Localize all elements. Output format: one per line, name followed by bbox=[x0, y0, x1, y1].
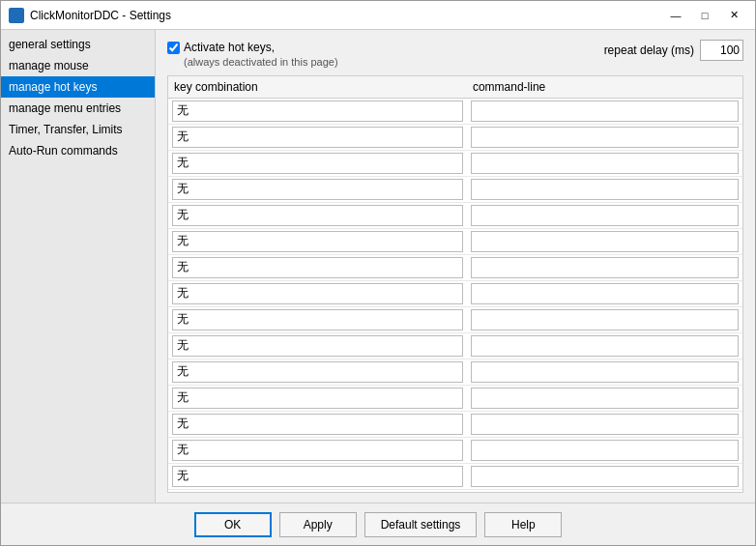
key-input-7[interactable] bbox=[172, 283, 463, 304]
key-input-10[interactable] bbox=[172, 361, 463, 383]
table-row bbox=[168, 411, 742, 437]
cmd-input-5[interactable] bbox=[471, 231, 739, 252]
key-input-9[interactable] bbox=[172, 335, 463, 357]
activate-label: Activate hot keys, bbox=[184, 40, 338, 56]
key-input-6[interactable] bbox=[172, 257, 463, 278]
repeat-delay-input[interactable] bbox=[700, 40, 743, 61]
cmd-input-9[interactable] bbox=[471, 335, 739, 357]
key-input-14[interactable] bbox=[172, 466, 463, 487]
table-row bbox=[168, 254, 742, 280]
table-row bbox=[168, 150, 742, 176]
window-controls: — □ ✕ bbox=[662, 6, 747, 25]
col-key: key combination bbox=[168, 76, 467, 99]
col-cmd: command-line bbox=[467, 76, 742, 99]
footer: OK Apply Default settings Help bbox=[1, 503, 755, 545]
cmd-input-8[interactable] bbox=[471, 309, 739, 330]
hotkeys-table-area: key combination command-line bbox=[167, 75, 743, 493]
repeat-delay-section: repeat delay (ms) bbox=[604, 40, 743, 61]
main-panel: Activate hot keys, (always deactivated i… bbox=[156, 30, 755, 503]
cmd-input-4[interactable] bbox=[471, 205, 739, 226]
sidebar-item-menu[interactable]: manage menu entries bbox=[1, 98, 155, 119]
cmd-input-10[interactable] bbox=[471, 361, 739, 383]
key-input-0[interactable] bbox=[172, 101, 463, 122]
sidebar-item-general[interactable]: general settings bbox=[1, 34, 155, 55]
top-bar: Activate hot keys, (always deactivated i… bbox=[167, 40, 743, 68]
defaults-button[interactable]: Default settings bbox=[364, 512, 478, 537]
key-input-8[interactable] bbox=[172, 309, 463, 330]
sidebar: general settingsmanage mousemanage hot k… bbox=[1, 30, 156, 503]
repeat-delay-label: repeat delay (ms) bbox=[604, 43, 694, 57]
table-row bbox=[168, 202, 742, 228]
ok-button[interactable]: OK bbox=[194, 512, 272, 537]
help-button[interactable]: Help bbox=[484, 512, 562, 537]
key-input-11[interactable] bbox=[172, 388, 463, 409]
maximize-button[interactable]: □ bbox=[691, 6, 718, 25]
key-input-2[interactable] bbox=[172, 153, 463, 174]
key-input-13[interactable] bbox=[172, 440, 463, 461]
sidebar-item-hotkeys[interactable]: manage hot keys bbox=[1, 76, 155, 98]
sidebar-item-mouse[interactable]: manage mouse bbox=[1, 55, 155, 76]
table-row bbox=[168, 124, 742, 150]
content-area: general settingsmanage mousemanage hot k… bbox=[1, 30, 755, 503]
key-input-3[interactable] bbox=[172, 179, 463, 200]
cmd-input-6[interactable] bbox=[471, 257, 739, 278]
cmd-input-3[interactable] bbox=[471, 179, 739, 200]
key-input-5[interactable] bbox=[172, 231, 463, 252]
table-row bbox=[168, 98, 742, 124]
minimize-button[interactable]: — bbox=[662, 6, 689, 25]
hotkeys-table: key combination command-line bbox=[168, 76, 742, 490]
app-icon bbox=[9, 8, 24, 23]
key-input-12[interactable] bbox=[172, 414, 463, 435]
table-row bbox=[168, 176, 742, 202]
cmd-input-2[interactable] bbox=[471, 153, 739, 174]
apply-button[interactable]: Apply bbox=[279, 512, 357, 537]
table-row bbox=[168, 306, 742, 332]
cmd-input-14[interactable] bbox=[471, 466, 739, 487]
table-row bbox=[168, 385, 742, 411]
activate-checkbox[interactable] bbox=[167, 42, 180, 54]
cmd-input-7[interactable] bbox=[471, 283, 739, 304]
sidebar-item-autorun[interactable]: Auto-Run commands bbox=[1, 140, 155, 161]
table-row bbox=[168, 437, 742, 463]
close-button[interactable]: ✕ bbox=[720, 6, 747, 25]
key-input-1[interactable] bbox=[172, 127, 463, 148]
cmd-input-1[interactable] bbox=[471, 127, 739, 148]
cmd-input-11[interactable] bbox=[471, 388, 739, 409]
cmd-input-13[interactable] bbox=[471, 440, 739, 461]
main-window: ClickMonitorDDC - Settings — □ ✕ general… bbox=[0, 0, 756, 546]
activate-sub: (always deactivated in this page) bbox=[184, 56, 338, 68]
title-bar: ClickMonitorDDC - Settings — □ ✕ bbox=[1, 1, 755, 30]
window-title: ClickMonitorDDC - Settings bbox=[30, 9, 662, 22]
cmd-input-0[interactable] bbox=[471, 101, 739, 122]
table-row bbox=[168, 359, 742, 385]
table-row bbox=[168, 332, 742, 359]
table-row bbox=[168, 280, 742, 306]
activate-section: Activate hot keys, (always deactivated i… bbox=[167, 40, 338, 68]
cmd-input-12[interactable] bbox=[471, 414, 739, 435]
table-row bbox=[168, 228, 742, 254]
table-row bbox=[168, 463, 742, 489]
sidebar-item-timer[interactable]: Timer, Transfer, Limits bbox=[1, 119, 155, 140]
key-input-4[interactable] bbox=[172, 205, 463, 226]
